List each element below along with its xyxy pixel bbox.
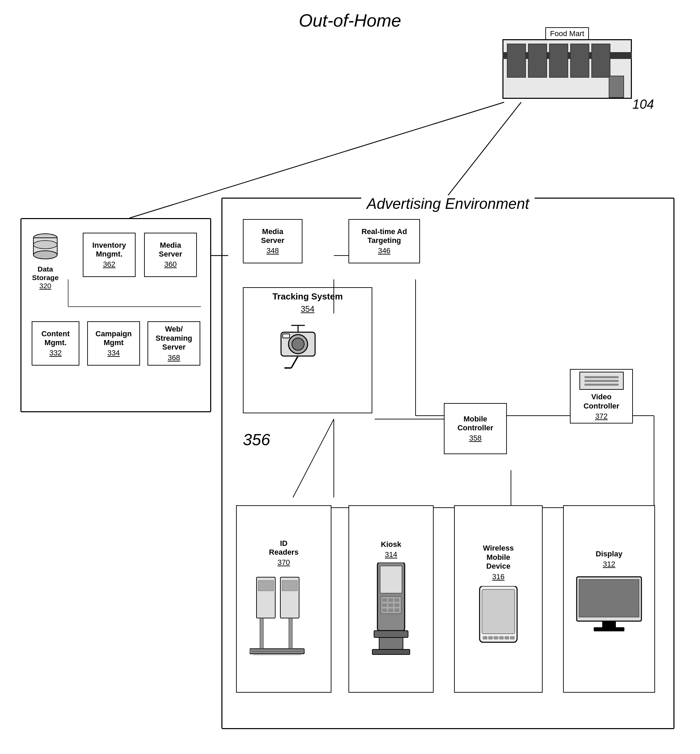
campaign-mgmt-number: 334: [107, 349, 120, 357]
vc-line-3: [584, 384, 619, 386]
display-box: Display 312: [563, 505, 655, 693]
id-reader-icon: [250, 570, 318, 659]
store-door: [609, 76, 624, 98]
mobile-controller-box: MobileController 358: [444, 403, 507, 454]
realtime-ad-label: Real-time AdTargeting: [361, 227, 407, 245]
advertising-environment-box: Advertising Environment MediaServer 348 …: [222, 198, 675, 729]
wireless-mobile-number: 316: [492, 573, 505, 581]
tracking-system-label: Tracking System: [272, 291, 343, 302]
svg-rect-50: [388, 609, 393, 612]
svg-rect-49: [382, 609, 387, 612]
video-controller-label: VideoController: [583, 393, 619, 411]
media-server-360-number: 360: [164, 260, 177, 269]
svg-rect-66: [594, 627, 624, 631]
store-window-1: [507, 44, 526, 78]
store-window-4: [570, 44, 589, 78]
display-label: Display: [596, 549, 622, 558]
store-window-5: [591, 44, 610, 78]
data-storage-number: 320: [32, 282, 59, 290]
kiosk-icon: [369, 563, 413, 658]
tracking-system-number: 354: [301, 304, 314, 314]
svg-rect-65: [602, 621, 616, 628]
content-mgmt-box: ContentMgmt. 332: [32, 321, 80, 366]
svg-point-22: [33, 241, 57, 249]
svg-rect-52: [374, 630, 408, 637]
media-server-348-label: MediaServer: [261, 227, 284, 245]
camera-icon: [271, 315, 332, 370]
display-icon: [572, 573, 647, 648]
svg-point-25: [292, 338, 304, 350]
svg-rect-41: [380, 566, 402, 593]
store-window-3: [549, 44, 568, 78]
wireless-mobile-icon: [475, 586, 522, 654]
svg-rect-38: [289, 618, 292, 649]
svg-rect-32: [258, 580, 273, 591]
svg-rect-46: [382, 604, 387, 607]
inventory-mngmt-number: 362: [103, 260, 116, 269]
store-body: [502, 39, 632, 99]
data-storage-icon: [32, 233, 59, 263]
vc-line-2: [584, 380, 619, 382]
svg-rect-60: [499, 637, 503, 639]
advertising-env-label: Advertising Environment: [361, 195, 535, 212]
realtime-ad-box: Real-time AdTargeting 346: [348, 219, 420, 263]
mobile-controller-label: MobileController: [458, 415, 493, 433]
campaign-mgmt-label: CampaignMgmt: [95, 330, 131, 347]
svg-rect-58: [489, 637, 492, 639]
svg-rect-45: [394, 598, 399, 602]
web-streaming-number: 368: [167, 354, 180, 362]
tracking-system-box: Tracking System 354: [243, 287, 372, 413]
svg-line-1: [446, 102, 521, 198]
data-storage-label: DataStorage: [32, 265, 59, 282]
inventory-mngmt-box: InventoryMngmt. 362: [83, 233, 136, 277]
main-container: Out-of-Home Food Mart 104: [0, 0, 700, 754]
content-mgmt-number: 332: [49, 349, 62, 357]
id-readers-number: 370: [278, 558, 290, 567]
store-windows: [507, 44, 610, 78]
camera-label-356: 356: [243, 430, 270, 449]
svg-rect-44: [388, 598, 393, 602]
svg-rect-47: [388, 604, 393, 607]
svg-rect-61: [505, 637, 509, 639]
out-of-home-title: Out-of-Home: [299, 10, 401, 31]
id-readers-box: IDReaders 370: [236, 505, 331, 693]
wireless-mobile-box: WirelessMobileDevice 316: [454, 505, 543, 693]
svg-rect-56: [482, 590, 515, 634]
kiosk-number: 314: [385, 550, 397, 559]
svg-rect-43: [382, 598, 387, 602]
kiosk-label: Kiosk: [381, 540, 401, 549]
svg-rect-62: [510, 637, 514, 639]
id-readers-label: IDReaders: [269, 539, 299, 557]
display-number: 312: [603, 560, 616, 569]
svg-rect-37: [260, 618, 263, 649]
svg-rect-59: [494, 637, 498, 639]
store-building: Food Mart: [502, 27, 632, 106]
store-sign: Food Mart: [545, 27, 589, 40]
mobile-controller-number: 358: [469, 434, 482, 443]
video-controller-number: 372: [595, 412, 608, 421]
media-server-360-box: MediaServer 360: [144, 233, 197, 277]
media-server-348-box: MediaServer 348: [243, 219, 303, 263]
svg-rect-54: [372, 649, 410, 654]
wireless-mobile-label: WirelessMobileDevice: [483, 544, 514, 571]
vc-line-1: [584, 376, 619, 378]
left-management-box: DataStorage 320 InventoryMngmt. 362 Medi…: [20, 218, 211, 412]
svg-rect-48: [394, 604, 399, 607]
svg-rect-34: [282, 580, 297, 591]
web-streaming-label: Web/StreamingServer: [156, 325, 192, 352]
svg-rect-57: [483, 637, 487, 639]
data-storage-container: DataStorage 320: [32, 233, 59, 290]
inventory-mngmt-label: InventoryMngmt.: [92, 241, 126, 259]
svg-line-27: [291, 356, 298, 368]
realtime-ad-number: 346: [378, 246, 391, 255]
video-controller-box: VideoController 372: [570, 369, 633, 424]
video-controller-icon: [580, 372, 624, 390]
svg-rect-64: [579, 580, 639, 617]
svg-rect-26: [283, 334, 289, 338]
media-server-360-label: MediaServer: [159, 241, 182, 259]
media-server-348-number: 348: [266, 246, 279, 255]
content-mgmt-label: ContentMgmt.: [41, 330, 69, 347]
kiosk-box: Kiosk 314: [348, 505, 434, 693]
store-label-104: 104: [633, 97, 654, 112]
svg-rect-51: [394, 609, 399, 612]
